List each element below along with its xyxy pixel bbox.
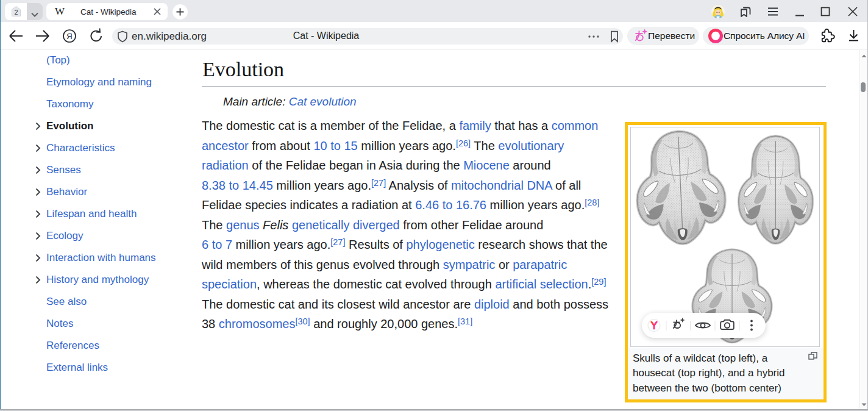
svg-text:Я: Я [66, 32, 72, 41]
svg-text:2: 2 [14, 9, 18, 16]
